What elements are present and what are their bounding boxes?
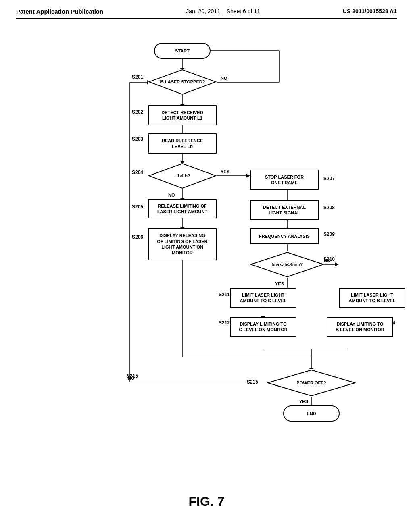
- s209-text: FREQUENCY ANALYSIS: [259, 233, 310, 239]
- s204-text: L1>Lb?: [174, 173, 190, 179]
- s202-box: DETECT RECEIVEDLIGHT AMOUNT L1: [148, 105, 217, 125]
- s203-label: S203: [132, 136, 143, 142]
- start-node: START: [154, 43, 211, 59]
- s210-label: S210: [323, 256, 335, 262]
- s210-diamond: fmax>fe>fmin?: [250, 251, 324, 278]
- s215-text: POWER OFF?: [296, 380, 326, 386]
- s201-label: S201: [132, 74, 143, 80]
- s205-box: RELEASE LIMITING OFLASER LIGHT AMOUNT: [148, 199, 217, 218]
- s209-box: FREQUENCY ANALYSIS: [250, 228, 319, 244]
- svg-text:NO: NO: [221, 76, 227, 81]
- s211-label: S211: [219, 292, 230, 297]
- s204-diamond: L1>Lb?: [148, 163, 217, 189]
- s214-box: DISPLAY LIMITING TOB LEVEL ON MONITOR: [327, 317, 393, 337]
- s207-box: STOP LASER FORONE FRAME: [250, 170, 319, 190]
- s206-label: S206: [132, 234, 143, 240]
- s207-text: STOP LASER FORONE FRAME: [265, 174, 304, 186]
- flowchart: NO YES NO: [65, 31, 348, 486]
- svg-text:YES: YES: [299, 399, 308, 404]
- s205-text: RELEASE LIMITING OFLASER LIGHT AMOUNT: [157, 203, 207, 215]
- header-sheet: Sheet 6 of 11: [227, 8, 260, 15]
- s206-box: DISPLAY RELEASINGOF LIMITING OF LASERLIG…: [148, 228, 217, 260]
- s208-box: DETECT EXTERNALLIGHT SIGNAL: [250, 200, 319, 220]
- s208-label: S208: [323, 205, 335, 210]
- s203-box: READ REFERENCELEVEL Lb: [148, 133, 217, 154]
- s208-text: DETECT EXTERNALLIGHT SIGNAL: [263, 204, 306, 216]
- s214-text: DISPLAY LIMITING TOB LEVEL ON MONITOR: [336, 321, 384, 333]
- s215-label: S215: [127, 373, 138, 379]
- header-center: Jan. 20, 2011 Sheet 6 of 11: [186, 8, 260, 15]
- s203-text: READ REFERENCELEVEL Lb: [162, 138, 203, 150]
- s205-label: S205: [132, 204, 143, 210]
- svg-marker-28: [335, 262, 339, 266]
- s215-diamond: POWER OFF?: [267, 369, 356, 397]
- fig-caption: FIG. 7: [16, 494, 397, 509]
- end-label: END: [307, 411, 316, 416]
- svg-text:NO: NO: [168, 193, 175, 197]
- s202-label: S202: [132, 109, 143, 115]
- header-right: US 2011/0015528 A1: [343, 8, 397, 15]
- start-label: START: [175, 48, 190, 54]
- end-node: END: [283, 405, 340, 422]
- page: Patent Application Publication Jan. 20, …: [0, 0, 413, 532]
- s212-box: DISPLAY LIMITING TOC LEVEL ON MONITOR: [230, 317, 296, 337]
- s213-text: LIMIT LASER LIGHTAMOUNT TO B LEVEL: [349, 292, 396, 304]
- header-date: Jan. 20, 2011: [186, 8, 220, 15]
- s211-text: LIMIT LASER LIGHTAMOUNT TO C LEVEL: [240, 292, 287, 304]
- svg-marker-11: [246, 174, 250, 178]
- s209-label: S209: [323, 231, 335, 237]
- s210-text: fmax>fe>fmin?: [271, 262, 303, 267]
- s212-text: DISPLAY LIMITING TOC LEVEL ON MONITOR: [239, 321, 288, 333]
- s201-diamond: IS LASER STOPPED?: [148, 69, 217, 95]
- s207-label: S207: [323, 176, 335, 181]
- s202-text: DETECT RECEIVEDLIGHT AMOUNT L1: [161, 110, 203, 121]
- s204-label: S204: [132, 170, 143, 175]
- svg-text:YES: YES: [275, 281, 284, 286]
- s215-label2: S215: [247, 379, 258, 385]
- s211-box: LIMIT LASER LIGHTAMOUNT TO C LEVEL: [230, 288, 296, 308]
- header: Patent Application Publication Jan. 20, …: [16, 8, 397, 19]
- s213-box: LIMIT LASER LIGHTAMOUNT TO B LEVEL: [339, 288, 405, 308]
- s212-label: S212: [219, 320, 230, 326]
- svg-text:YES: YES: [221, 169, 229, 174]
- s206-text: DISPLAY RELEASINGOF LIMITING OF LASERLIG…: [157, 233, 207, 256]
- header-left: Patent Application Publication: [16, 8, 103, 15]
- s201-text: IS LASER STOPPED?: [160, 79, 205, 85]
